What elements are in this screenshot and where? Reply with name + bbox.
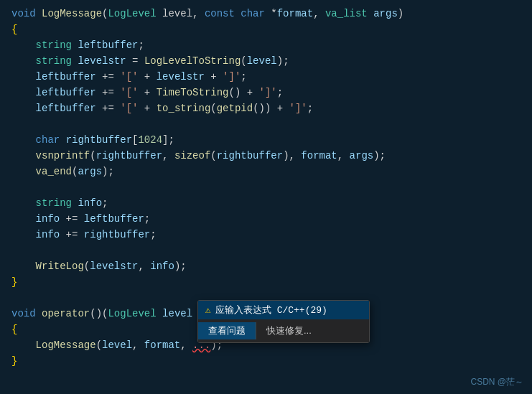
tooltip-actions: 查看问题 快速修复... (198, 319, 369, 342)
code-line-3: string leftbuffer; (0, 37, 532, 53)
code-line-23: } (0, 353, 532, 369)
watermark: CSDN @茫～ (470, 376, 523, 388)
code-line-12 (0, 179, 532, 195)
tooltip-title: 应输入表达式 C/C++(29) (215, 304, 327, 316)
error-tooltip: ⚠ 应输入表达式 C/C++(29) 查看问题 快速修复... (197, 300, 370, 343)
code-line-14: info += leftbuffer; (0, 211, 532, 227)
code-line-7: leftbuffer += '[' + to_string(getpid()) … (0, 100, 532, 116)
code-line-11: va_end(args); (0, 164, 532, 179)
code-line-17: WriteLog(levelstr, info); (0, 258, 532, 274)
code-line-16 (0, 243, 532, 258)
warning-icon: ⚠ (205, 304, 211, 316)
code-line-9: char rightbuffer[1024]; (0, 132, 532, 148)
tooltip-header: ⚠ 应输入表达式 C/C++(29) (198, 301, 369, 319)
code-editor: void LogMessage(LogLevel level, const ch… (0, 0, 532, 394)
quick-fix-button[interactable]: 快速修复... (256, 322, 322, 339)
code-line-5: leftbuffer += '[' + levelstr + ']'; (0, 69, 532, 85)
keyword-void: void (11, 6, 42, 22)
code-line-13: string info; (0, 195, 532, 211)
code-line-15: info += rightbuffer; (0, 227, 532, 243)
code-line-4: string levelstr = LogLevelToString(level… (0, 53, 532, 69)
code-line-8 (0, 116, 532, 132)
code-line-10: vsnprintf(rightbuffer, sizeof(rightbuffe… (0, 148, 532, 164)
code-line-2: { (0, 22, 532, 37)
code-line-6: leftbuffer += '[' + TimeToString() + ']'… (0, 85, 532, 100)
code-line-1: void LogMessage(LogLevel level, const ch… (0, 6, 532, 22)
view-problem-button[interactable]: 查看问题 (198, 322, 256, 339)
code-line-18: } (0, 274, 532, 290)
fn-logmessage: LogMessage (42, 6, 102, 22)
